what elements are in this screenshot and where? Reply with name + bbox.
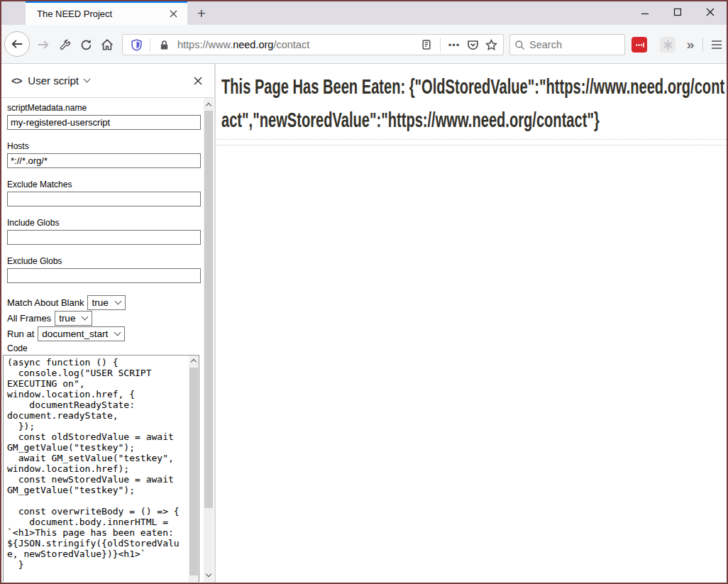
bookmark-star-icon[interactable] bbox=[482, 36, 500, 53]
navigation-toolbar: https://www.need.org/contact ••• bbox=[1, 25, 727, 64]
content-area: <> User script scriptMetadata.name Hosts… bbox=[1, 64, 727, 583]
page-content: This Page Has Been Eaten: {"OldStoredVal… bbox=[216, 64, 727, 583]
search-icon bbox=[514, 40, 525, 50]
code-editor-wrapper: (async function () { console.log("USER S… bbox=[3, 355, 199, 582]
url-text: https://www.need.org/contact bbox=[177, 39, 417, 50]
field-label-include-globs: Include Globs bbox=[7, 218, 202, 228]
url-bar[interactable]: https://www.need.org/contact ••• bbox=[122, 34, 504, 55]
include-globs-input[interactable] bbox=[7, 230, 201, 245]
code-textarea[interactable]: (async function () { console.log("USER S… bbox=[3, 355, 199, 582]
field-label-script-name: scriptMetadata.name bbox=[7, 103, 202, 113]
exclude-globs-input[interactable] bbox=[7, 268, 201, 283]
scroll-down-icon[interactable] bbox=[204, 570, 214, 580]
match-about-blank-select[interactable]: true bbox=[87, 295, 125, 310]
code-icon: <> bbox=[11, 75, 21, 87]
plus-icon: + bbox=[197, 5, 206, 22]
browser-window: The NEED Project + bbox=[0, 0, 728, 584]
field-label-exclude-globs: Exclude Globs bbox=[7, 256, 202, 266]
code-scrollbar-thumb[interactable] bbox=[189, 368, 198, 575]
chevron-down-icon bbox=[114, 297, 121, 304]
url-scheme: https://www. bbox=[177, 39, 233, 50]
double-chevron-icon: » bbox=[687, 37, 693, 53]
new-tab-button[interactable]: + bbox=[190, 4, 213, 23]
reload-button[interactable] bbox=[77, 35, 95, 54]
lock-icon[interactable] bbox=[155, 36, 173, 53]
url-host: need.org bbox=[233, 39, 273, 50]
page-actions-icon[interactable]: ••• bbox=[445, 36, 463, 53]
url-path: /contact bbox=[273, 39, 309, 50]
field-label-exclude-matches: Exclude Matches bbox=[7, 180, 202, 189]
code-label: Code bbox=[7, 343, 202, 353]
tab-bar: The NEED Project + bbox=[1, 1, 727, 25]
user-script-form: scriptMetadata.name Hosts Exclude Matche… bbox=[7, 103, 202, 582]
wrench-icon[interactable] bbox=[55, 35, 74, 54]
reader-mode-icon[interactable] bbox=[417, 36, 436, 53]
code-scrollbar[interactable] bbox=[189, 356, 199, 582]
script-name-input[interactable] bbox=[7, 115, 201, 130]
chevron-down-icon bbox=[82, 313, 89, 320]
tracking-protection-shield-icon[interactable] bbox=[127, 36, 145, 53]
exclude-matches-input[interactable] bbox=[7, 192, 201, 206]
sidebar-scrollbar[interactable] bbox=[204, 98, 214, 582]
url-divider-2 bbox=[440, 38, 441, 52]
all-frames-label: All Frames bbox=[7, 313, 51, 324]
dotted-divider bbox=[216, 145, 727, 145]
minimize-button[interactable] bbox=[629, 1, 661, 23]
scroll-up-icon[interactable] bbox=[189, 356, 199, 366]
sidebar-scrollbar-thumb[interactable] bbox=[204, 111, 213, 508]
close-window-button[interactable] bbox=[694, 1, 727, 23]
user-script-sidebar: <> User script scriptMetadata.name Hosts… bbox=[1, 64, 214, 583]
sidebar-dropdown-chevron-icon[interactable] bbox=[84, 76, 91, 83]
chevron-down-icon bbox=[114, 329, 121, 336]
home-button[interactable] bbox=[98, 35, 116, 54]
url-divider bbox=[150, 38, 150, 52]
tab-the-need-project[interactable]: The NEED Project bbox=[26, 1, 187, 25]
back-button[interactable] bbox=[4, 31, 30, 57]
scroll-up-icon[interactable] bbox=[204, 99, 214, 110]
sidebar-title: User script bbox=[28, 75, 79, 87]
hamburger-menu-button[interactable] bbox=[708, 35, 725, 54]
run-at-label: Run at bbox=[7, 329, 34, 339]
sidebar-body: scriptMetadata.name Hosts Exclude Matche… bbox=[1, 98, 214, 582]
dotted-divider bbox=[216, 139, 727, 140]
overflow-menu-button[interactable]: » bbox=[681, 34, 698, 55]
search-bar[interactable] bbox=[509, 34, 625, 55]
window-controls bbox=[629, 1, 727, 23]
tab-close-icon[interactable] bbox=[166, 7, 180, 21]
sidebar-close-icon[interactable] bbox=[190, 73, 206, 89]
extension-disabled-icon[interactable] bbox=[660, 37, 675, 53]
tab-title: The NEED Project bbox=[37, 9, 166, 19]
run-at-select[interactable]: document_start bbox=[38, 326, 125, 341]
forward-button[interactable] bbox=[34, 35, 53, 54]
search-input[interactable] bbox=[529, 39, 620, 50]
maximize-button[interactable] bbox=[661, 1, 694, 23]
hosts-input[interactable] bbox=[7, 153, 201, 168]
extension-password-manager-icon[interactable] bbox=[632, 37, 647, 53]
all-frames-select[interactable]: true bbox=[55, 311, 92, 326]
page-heading: This Page Has Been Eaten: {"OldStoredVal… bbox=[221, 70, 727, 136]
pocket-icon[interactable] bbox=[463, 36, 482, 53]
toolbar-divider bbox=[702, 38, 703, 52]
sidebar-header: <> User script bbox=[1, 64, 214, 98]
match-about-blank-label: Match About Blank bbox=[7, 297, 84, 308]
field-label-hosts: Hosts bbox=[7, 141, 202, 151]
